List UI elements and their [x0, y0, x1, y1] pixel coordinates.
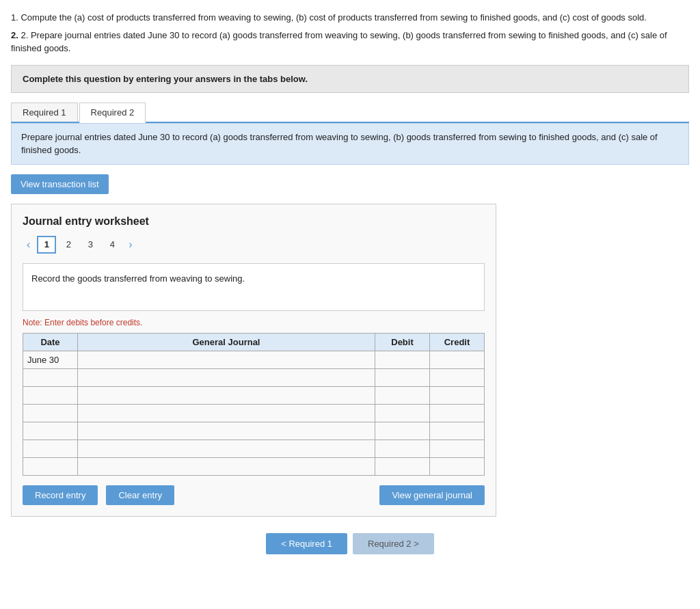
journal-table: Date General Journal Debit Credit June 3… [23, 333, 485, 476]
debit-cell-2[interactable] [375, 368, 430, 386]
record-entry-button[interactable]: Record entry [23, 485, 98, 505]
instructions: 1. Compute the (a) cost of products tran… [11, 11, 689, 55]
date-cell-1: June 30 [23, 351, 78, 368]
date-cell-7 [23, 457, 78, 475]
tab-required2[interactable]: Required 2 [79, 103, 146, 123]
debit-input-7[interactable] [375, 458, 429, 475]
record-description: Record the goods transferred from weavin… [23, 263, 485, 311]
btn-row: Record entry Clear entry View general jo… [23, 485, 485, 505]
debit-input-4[interactable] [375, 405, 429, 422]
debit-cell-5[interactable] [375, 422, 430, 439]
credit-input-1[interactable] [430, 351, 484, 368]
page-4[interactable]: 4 [103, 236, 122, 254]
worksheet-container: Journal entry worksheet ‹ 1 2 3 4 › Reco… [11, 204, 496, 517]
gj-input-4[interactable] [78, 405, 375, 422]
debit-cell-1[interactable] [375, 351, 430, 368]
instruction-part2: 2. 2. Prepare journal entries dated June… [11, 29, 689, 55]
date-cell-3 [23, 386, 78, 404]
tabs-container: Required 1 Required 2 [11, 103, 689, 123]
col-general-journal: General Journal [78, 333, 375, 351]
view-general-journal-button[interactable]: View general journal [379, 485, 485, 505]
credit-cell-1[interactable] [430, 351, 485, 368]
date-cell-2 [23, 368, 78, 386]
gj-cell-4[interactable] [78, 404, 375, 422]
note-text: Note: Enter debits before credits. [23, 318, 485, 327]
pagination: ‹ 1 2 3 4 › [23, 236, 485, 254]
col-date: Date [23, 333, 78, 351]
debit-input-3[interactable] [375, 387, 429, 404]
credit-input-6[interactable] [430, 440, 484, 457]
debit-cell-3[interactable] [375, 386, 430, 404]
table-row [23, 368, 485, 386]
debit-input-1[interactable] [375, 351, 429, 368]
table-row [23, 386, 485, 404]
bottom-nav: < Required 1 Required 2 > [11, 533, 689, 554]
table-row: June 30 [23, 351, 485, 368]
page-prev-arrow[interactable]: ‹ [23, 237, 34, 252]
bottom-prev-button[interactable]: < Required 1 [266, 533, 347, 554]
credit-cell-7[interactable] [430, 457, 485, 475]
credit-cell-3[interactable] [430, 386, 485, 404]
gj-input-3[interactable] [78, 387, 375, 404]
debit-cell-7[interactable] [375, 457, 430, 475]
gj-input-5[interactable] [78, 422, 375, 439]
debit-cell-6[interactable] [375, 439, 430, 457]
page-2[interactable]: 2 [59, 236, 78, 254]
table-row [23, 439, 485, 457]
worksheet-title: Journal entry worksheet [23, 215, 485, 228]
page-next-arrow[interactable]: › [124, 237, 136, 252]
complete-banner: Complete this question by entering your … [11, 65, 689, 93]
clear-entry-button[interactable]: Clear entry [106, 485, 174, 505]
credit-cell-6[interactable] [430, 439, 485, 457]
date-cell-5 [23, 422, 78, 439]
table-row [23, 404, 485, 422]
gj-cell-1[interactable] [78, 351, 375, 368]
page-3[interactable]: 3 [81, 236, 100, 254]
col-debit: Debit [375, 333, 430, 351]
instruction-part1: 1. Compute the (a) cost of products tran… [11, 11, 689, 25]
credit-cell-4[interactable] [430, 404, 485, 422]
gj-input-6[interactable] [78, 440, 375, 457]
credit-input-3[interactable] [430, 387, 484, 404]
credit-input-5[interactable] [430, 422, 484, 439]
gj-input-2[interactable] [78, 369, 375, 386]
credit-cell-2[interactable] [430, 368, 485, 386]
gj-input-7[interactable] [78, 458, 375, 475]
debit-input-5[interactable] [375, 422, 429, 439]
date-cell-4 [23, 404, 78, 422]
table-row [23, 422, 485, 439]
table-row [23, 457, 485, 475]
credit-cell-5[interactable] [430, 422, 485, 439]
date-cell-6 [23, 439, 78, 457]
gj-cell-3[interactable] [78, 386, 375, 404]
gj-input-1[interactable] [78, 351, 375, 368]
tab-required1[interactable]: Required 1 [11, 103, 78, 122]
gj-cell-2[interactable] [78, 368, 375, 386]
bottom-next-button[interactable]: Required 2 > [353, 533, 434, 554]
debit-cell-4[interactable] [375, 404, 430, 422]
gj-cell-6[interactable] [78, 439, 375, 457]
gj-cell-7[interactable] [78, 457, 375, 475]
credit-input-7[interactable] [430, 458, 484, 475]
view-transaction-button[interactable]: View transaction list [11, 174, 109, 194]
debit-input-2[interactable] [375, 369, 429, 386]
credit-input-2[interactable] [430, 369, 484, 386]
debit-input-6[interactable] [375, 440, 429, 457]
col-credit: Credit [430, 333, 485, 351]
tab-content: Prepare journal entries dated June 30 to… [11, 123, 689, 165]
credit-input-4[interactable] [430, 405, 484, 422]
gj-cell-5[interactable] [78, 422, 375, 439]
page-1[interactable]: 1 [37, 236, 56, 254]
